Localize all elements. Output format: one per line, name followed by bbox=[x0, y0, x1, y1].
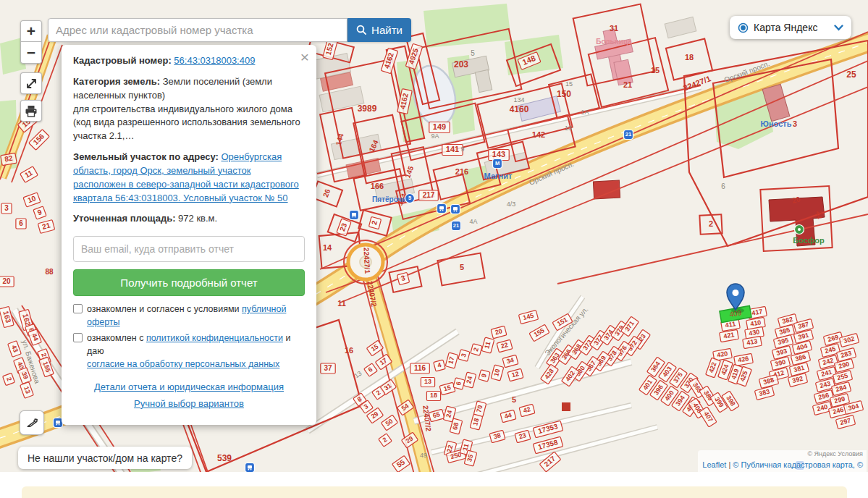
svg-text:539: 539 bbox=[217, 453, 232, 463]
svg-text:203: 203 bbox=[454, 59, 468, 69]
email-input[interactable] bbox=[73, 236, 305, 262]
parcel-label: Пятёрочка bbox=[372, 195, 410, 203]
chevron-down-icon[interactable] bbox=[834, 25, 843, 31]
svg-text:9: 9 bbox=[460, 145, 464, 153]
svg-text:3: 3 bbox=[4, 204, 9, 212]
offer-checkbox[interactable] bbox=[73, 304, 83, 313]
svg-text:216: 216 bbox=[455, 167, 468, 176]
p5-icon[interactable]: 5 bbox=[405, 194, 415, 203]
svg-text:6: 6 bbox=[19, 219, 23, 227]
parcel-label: 3 bbox=[793, 119, 797, 128]
zoom-out-button[interactable]: − bbox=[20, 42, 42, 64]
parcel-label: 11 bbox=[337, 299, 346, 308]
svg-text:4А: 4А bbox=[469, 218, 477, 225]
fullscreen-button[interactable] bbox=[20, 72, 42, 94]
parcel-label: 15 bbox=[565, 80, 573, 88]
cadastral-number-row: Кадастровый номер: 56:43:0318003:409 bbox=[73, 54, 305, 68]
svg-text:4/3: 4/3 bbox=[507, 201, 516, 208]
report-details-link[interactable]: Детали отчета и юридическая информация bbox=[94, 381, 284, 392]
personal-data-link[interactable]: согласие на обработку персональных данны… bbox=[87, 359, 279, 369]
map-canvas[interactable]: 1521541568211109621388201631626444321155… bbox=[0, 0, 868, 472]
leaflet-link[interactable]: Leaflet bbox=[702, 460, 726, 469]
search-bar: Найти bbox=[48, 18, 411, 42]
search-button-label: Найти bbox=[371, 24, 403, 36]
bus-icon[interactable] bbox=[437, 204, 447, 214]
parcel-label: 2 bbox=[709, 219, 713, 228]
svg-text:134: 134 bbox=[513, 96, 524, 104]
svg-text:37: 37 bbox=[324, 364, 332, 372]
svg-text:18: 18 bbox=[430, 392, 437, 399]
svg-text:16: 16 bbox=[345, 346, 353, 355]
bus-icon[interactable] bbox=[451, 205, 460, 214]
svg-text:143: 143 bbox=[492, 150, 505, 159]
bus-icon[interactable] bbox=[245, 463, 255, 473]
page: 1521541568211109621388201631626444321155… bbox=[0, 0, 868, 498]
svg-text:13: 13 bbox=[565, 124, 572, 132]
parcel-label: 3 bbox=[397, 272, 409, 284]
area-label: Уточненная площадь: bbox=[73, 213, 175, 224]
svg-text:Пятёрочка: Пятёрочка bbox=[372, 195, 410, 203]
area-value: 972 кв.м. bbox=[175, 213, 217, 224]
radio-selected-icon[interactable] bbox=[738, 22, 749, 33]
parcel-label: 6 bbox=[16, 219, 26, 229]
get-report-button[interactable]: Получить подробный отчет bbox=[73, 269, 305, 296]
offer-consent-text: ознакомлен и согласен с условиями публич… bbox=[87, 303, 305, 329]
svg-text:15: 15 bbox=[651, 66, 660, 75]
zoom-in-button[interactable]: + bbox=[20, 20, 42, 42]
parcel-label: 2 bbox=[471, 344, 482, 355]
parcel-label: 88 bbox=[45, 268, 54, 276]
svg-text:88: 88 bbox=[45, 268, 54, 276]
cadastral-number-link[interactable]: 56:43:0318003:409 bbox=[174, 55, 255, 66]
parcel-label: 13 bbox=[565, 124, 572, 132]
parcel-label: 13 bbox=[421, 378, 434, 387]
magnit-icon[interactable]: М bbox=[493, 159, 502, 169]
search-input[interactable] bbox=[48, 18, 347, 42]
parcel-label: 216 bbox=[455, 167, 468, 176]
parcel-label: 21 bbox=[623, 80, 632, 89]
not-found-button[interactable]: Не нашли участок/дом на карте? bbox=[18, 447, 192, 469]
layer-switcher-label: Карта Яндекс bbox=[754, 22, 829, 33]
parcel-label: 134 bbox=[513, 96, 524, 104]
svg-text:9А: 9А bbox=[431, 132, 439, 140]
layer-switcher[interactable]: Карта Яндекс bbox=[730, 16, 851, 39]
pencil-icon bbox=[25, 416, 39, 430]
parcel-label: Юность bbox=[761, 119, 792, 128]
bus-icon[interactable] bbox=[350, 211, 359, 220]
svg-text:5: 5 bbox=[460, 263, 464, 271]
zoom-controls: + − bbox=[20, 20, 42, 64]
privacy-consent-text: ознакомлен с политикой конфиденциальност… bbox=[87, 332, 305, 371]
parcel-label: 49 bbox=[420, 452, 427, 459]
privacy-consent-row: ознакомлен с политикой конфиденциальност… bbox=[73, 332, 305, 371]
manual-select-link[interactable]: Ручной выбор вариантов bbox=[134, 398, 244, 409]
svg-text:21: 21 bbox=[453, 222, 459, 229]
parcel-label: 217 bbox=[419, 190, 439, 201]
svg-text:Юность: Юность bbox=[761, 119, 792, 128]
svg-text:15: 15 bbox=[565, 80, 573, 88]
svg-text:М: М bbox=[495, 160, 500, 166]
pkk-link[interactable]: © Публичная кадастровая карта, © bbox=[733, 460, 863, 469]
panel-footer-links: Детали отчета и юридическая информация Р… bbox=[73, 381, 305, 411]
svg-text:24: 24 bbox=[815, 211, 824, 219]
parcel-label: Магнит bbox=[484, 172, 513, 180]
parcel-label: 166 bbox=[371, 182, 384, 190]
parcel-label: 6 bbox=[453, 378, 465, 389]
parcel-label: 4А bbox=[469, 218, 477, 225]
parcel-label: 14 bbox=[323, 243, 332, 252]
print-button[interactable] bbox=[20, 100, 42, 122]
address-row: Земельный участок по адресу: Оренбургска… bbox=[73, 151, 305, 205]
bosfor-icon[interactable] bbox=[795, 225, 804, 235]
close-icon[interactable]: × bbox=[300, 49, 309, 64]
svg-text:116: 116 bbox=[414, 364, 426, 372]
address-label: Земельный участок по адресу: bbox=[73, 151, 219, 162]
parcel-label: Босфор bbox=[793, 236, 825, 245]
search-button[interactable]: Найти bbox=[347, 18, 411, 42]
svg-text:Магнит: Магнит bbox=[484, 172, 513, 180]
parcel-label: 37 bbox=[321, 363, 335, 374]
measure-button[interactable] bbox=[20, 410, 44, 435]
parcel-label: 6 bbox=[721, 182, 725, 190]
route-icon[interactable]: 21 bbox=[452, 221, 461, 231]
privacy-policy-link[interactable]: политикой конфиденциальности bbox=[146, 333, 283, 343]
privacy-checkbox[interactable] bbox=[73, 333, 83, 342]
svg-text:21: 21 bbox=[623, 80, 632, 89]
route-icon[interactable]: 21 bbox=[624, 130, 633, 140]
